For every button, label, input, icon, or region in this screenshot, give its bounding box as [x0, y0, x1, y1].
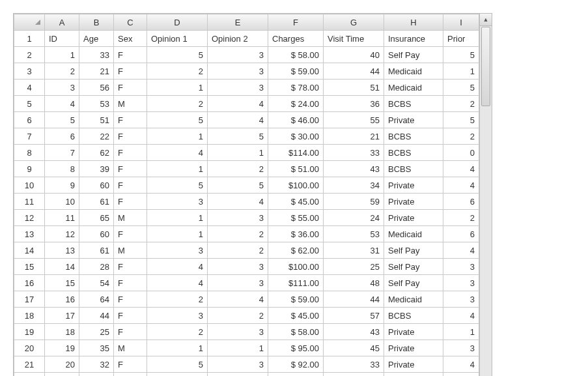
cell[interactable]: Private	[384, 210, 443, 226]
cell[interactable]: 5	[147, 177, 208, 194]
row-header[interactable]: 17	[14, 291, 45, 308]
cell[interactable]: F	[114, 47, 147, 63]
cell[interactable]: 2	[208, 308, 268, 324]
cell[interactable]: 3	[443, 340, 479, 356]
cell[interactable]: 5	[208, 177, 268, 194]
cell[interactable]: BCBS	[384, 161, 443, 177]
cell[interactable]: 5	[147, 47, 208, 63]
cell[interactable]: 2	[443, 128, 479, 145]
col-header-E[interactable]: E	[208, 14, 268, 31]
cell[interactable]: 2	[147, 291, 208, 308]
cell[interactable]: 1	[147, 128, 208, 145]
cell[interactable]: 55	[324, 112, 384, 128]
cell[interactable]: $ 51.00	[268, 161, 324, 177]
col-header-G[interactable]: G	[324, 14, 384, 31]
cell[interactable]: 53	[79, 96, 114, 112]
cell[interactable]: F	[114, 226, 147, 242]
cell[interactable]: 5	[443, 80, 479, 96]
cell[interactable]: 5	[45, 112, 79, 128]
cell[interactable]: Opinion 2	[208, 31, 268, 47]
cell[interactable]: F	[114, 194, 147, 210]
cell[interactable]: 60	[79, 226, 114, 242]
cell[interactable]: 17	[45, 308, 79, 324]
cell[interactable]: $ 92.00	[268, 356, 324, 373]
cell[interactable]: $100.00	[268, 259, 324, 275]
cell[interactable]	[114, 373, 147, 377]
row-header[interactable]: 16	[14, 275, 45, 291]
cell[interactable]: $100.00	[268, 177, 324, 194]
cell[interactable]: 4	[443, 242, 479, 259]
cell[interactable]: F	[114, 308, 147, 324]
cell[interactable]	[45, 373, 79, 377]
row-header[interactable]: 18	[14, 308, 45, 324]
cell[interactable]: 51	[79, 112, 114, 128]
row-header[interactable]: 14	[14, 242, 45, 259]
cell[interactable]: 15	[45, 275, 79, 291]
cell[interactable]: 6	[443, 194, 479, 210]
row-header[interactable]: 5	[14, 96, 45, 112]
cell[interactable]: 21	[79, 63, 114, 80]
cell[interactable]: 32	[79, 356, 114, 373]
cell[interactable]: 59	[324, 194, 384, 210]
cell[interactable]: 8	[45, 161, 79, 177]
cell[interactable]: $ 45.00	[268, 194, 324, 210]
row-header[interactable]: 4	[14, 80, 45, 96]
cell[interactable]: 5	[443, 112, 479, 128]
cell[interactable]: $114.00	[268, 145, 324, 161]
col-header-H[interactable]: H	[384, 14, 443, 31]
cell[interactable]: 6	[45, 128, 79, 145]
cell[interactable]: 40	[324, 47, 384, 63]
row-header[interactable]: 12	[14, 210, 45, 226]
cell[interactable]: 18	[45, 324, 79, 340]
cell[interactable]: 44	[324, 63, 384, 80]
cell[interactable]	[208, 373, 268, 377]
cell[interactable]: Private	[384, 356, 443, 373]
cell[interactable]: 4	[45, 96, 79, 112]
cell[interactable]: 3	[208, 63, 268, 80]
cell[interactable]: F	[114, 324, 147, 340]
cell[interactable]: BCBS	[384, 128, 443, 145]
cell[interactable]: 57	[324, 308, 384, 324]
cell[interactable]: 5	[147, 356, 208, 373]
cell[interactable]: 25	[79, 324, 114, 340]
cell[interactable]: 43	[324, 161, 384, 177]
cell[interactable]: Medicaid	[384, 226, 443, 242]
col-header-D[interactable]: D	[147, 14, 208, 31]
row-header[interactable]: 11	[14, 194, 45, 210]
cell[interactable]: 1	[147, 340, 208, 356]
scroll-up-arrow-icon[interactable]: ▲	[480, 14, 492, 26]
row-header[interactable]: 21	[14, 356, 45, 373]
cell[interactable]: 4	[443, 356, 479, 373]
cell[interactable]: 1	[147, 161, 208, 177]
cell[interactable]: 10	[45, 194, 79, 210]
cell[interactable]: 54	[79, 275, 114, 291]
cell[interactable]: Medicaid	[384, 80, 443, 96]
cell[interactable]	[268, 373, 324, 377]
row-header[interactable]: 22	[14, 373, 45, 377]
cell[interactable]: 1	[147, 80, 208, 96]
cell[interactable]: BCBS	[384, 96, 443, 112]
cell[interactable]: 2	[147, 96, 208, 112]
cell[interactable]: Private	[384, 324, 443, 340]
cell[interactable]: Insurance	[384, 31, 443, 47]
cell[interactable]: 3	[208, 275, 268, 291]
row-header[interactable]: 2	[14, 47, 45, 63]
cell[interactable]: 5	[147, 112, 208, 128]
cell[interactable]: 21	[324, 128, 384, 145]
cell[interactable]: 3	[443, 275, 479, 291]
cell[interactable]: 3	[208, 47, 268, 63]
cell[interactable]: Self Pay	[384, 242, 443, 259]
cell[interactable]: F	[114, 259, 147, 275]
row-header-1[interactable]: 1	[14, 31, 45, 47]
cell[interactable]	[324, 373, 384, 377]
cell[interactable]: 3	[208, 210, 268, 226]
row-header[interactable]: 13	[14, 226, 45, 242]
cell[interactable]: Medicaid	[384, 63, 443, 80]
cell[interactable]: 35	[79, 340, 114, 356]
cell[interactable]: 2	[208, 161, 268, 177]
cell[interactable]	[443, 373, 479, 377]
cell[interactable]: F	[114, 177, 147, 194]
cell[interactable]: 4	[147, 145, 208, 161]
row-header[interactable]: 10	[14, 177, 45, 194]
cell[interactable]: 22	[79, 128, 114, 145]
